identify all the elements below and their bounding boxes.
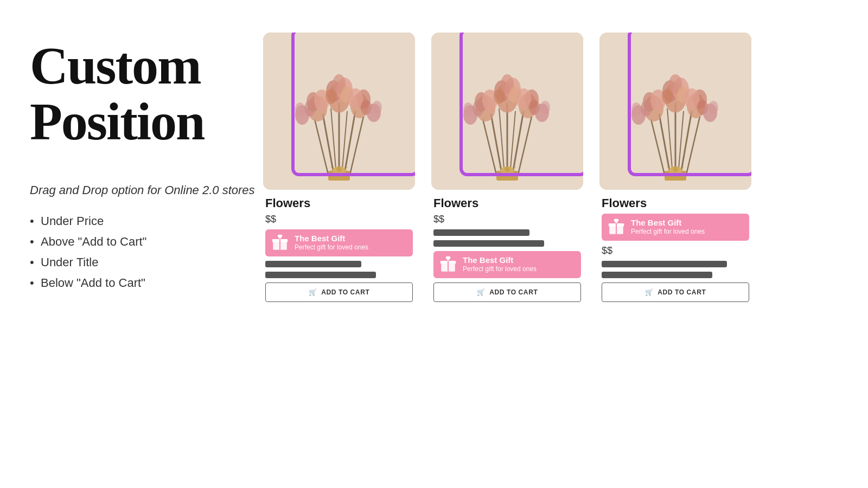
left-panel: Custom Position Drag and Drop option for… [30, 33, 263, 297]
feature-item-3: Under Title [30, 255, 263, 269]
card-body-2: Flowers $$ The Best Gift Perfect gift fo… [431, 190, 583, 302]
cart-icon-2: 🛒 [477, 288, 486, 296]
placeholder-bar-1a [265, 261, 361, 267]
gift-icon-3 [607, 218, 626, 236]
page-title: Custom Position [30, 38, 263, 150]
product-price-3: $$ [602, 245, 749, 256]
svg-point-29 [336, 166, 342, 172]
card-image-wrapper-3 [599, 33, 751, 190]
gift-banner-3: The Best Gift Perfect gift for loved one… [602, 214, 749, 241]
svg-point-58 [540, 101, 550, 114]
gift-banner-subtitle-2: Perfect gift for loved ones [463, 265, 537, 274]
svg-point-81 [662, 89, 673, 104]
product-card-2: Flowers $$ The Best Gift Perfect gift fo… [431, 33, 583, 302]
gift-text-1: The Best Gift Perfect gift for loved one… [295, 234, 368, 252]
feature-item-4: Below "Add to Cart" [30, 276, 263, 290]
gift-icon-1 [271, 234, 289, 252]
gift-banner-1: The Best Gift Perfect gift for loved one… [265, 229, 413, 256]
add-to-cart-button-1[interactable]: 🛒 ADD TO CART [265, 282, 413, 302]
product-image-3 [599, 33, 751, 190]
product-card-3: Flowers The Best Gift Perfect gift for l… [599, 33, 751, 302]
add-to-cart-label-2: ADD TO CART [489, 288, 538, 296]
cart-icon-1: 🛒 [309, 288, 317, 296]
add-to-cart-label-3: ADD TO CART [658, 288, 706, 296]
placeholder-bar-3b [602, 272, 712, 278]
add-to-cart-label-1: ADD TO CART [321, 288, 369, 296]
feature-item-1: Under Price [30, 214, 263, 228]
placeholder-bar-3a [602, 261, 727, 267]
svg-point-24 [295, 102, 305, 117]
svg-point-88 [631, 102, 641, 117]
placeholder-bar-2a [433, 229, 529, 236]
product-price-2: $$ [433, 214, 581, 225]
gift-banner-title-1: The Best Gift [295, 234, 368, 243]
svg-point-49 [494, 89, 505, 104]
gift-banner-2: The Best Gift Perfect gift for loved one… [433, 251, 581, 278]
product-image-1 [263, 33, 415, 190]
svg-point-90 [709, 101, 718, 114]
card-body-3: Flowers The Best Gift Perfect gift for l… [599, 190, 751, 302]
svg-point-26 [372, 101, 382, 114]
gift-icon-2 [439, 255, 457, 274]
placeholder-bar-2b [433, 240, 544, 247]
add-to-cart-button-3[interactable]: 🛒 ADD TO CART [602, 282, 749, 302]
feature-list: Under Price Above "Add to Cart" Under Ti… [30, 214, 263, 290]
product-name-3: Flowers [602, 196, 749, 210]
cart-icon-3: 🛒 [645, 288, 654, 296]
card-image-wrapper-2 [431, 33, 583, 190]
svg-point-61 [505, 166, 510, 172]
svg-point-85 [684, 88, 699, 109]
gift-banner-subtitle-3: Perfect gift for loved ones [631, 228, 705, 236]
cards-area: Flowers $$ The Best Gift Perfect gift fo… [263, 33, 838, 302]
add-to-cart-button-2[interactable]: 🛒 ADD TO CART [433, 282, 581, 302]
feature-item-2: Above "Add to Cart" [30, 235, 263, 249]
product-image-2 [431, 33, 583, 190]
gift-text-2: The Best Gift Perfect gift for loved one… [463, 255, 537, 274]
card-body-1: Flowers $$ The Best Gift Perfect gift fo… [263, 190, 415, 302]
gift-text-3: The Best Gift Perfect gift for loved one… [631, 218, 705, 236]
gift-banner-subtitle-1: Perfect gift for loved ones [295, 243, 368, 252]
svg-point-53 [516, 88, 531, 109]
gift-banner-title-3: The Best Gift [631, 218, 705, 228]
product-price-1: $$ [265, 214, 413, 225]
svg-point-56 [463, 102, 473, 117]
product-name-2: Flowers [433, 196, 581, 210]
svg-point-93 [673, 166, 678, 172]
svg-point-17 [326, 89, 336, 104]
gift-banner-title-2: The Best Gift [463, 255, 537, 265]
product-name-1: Flowers [265, 196, 413, 210]
subtitle: Drag and Drop option for Online 2.0 stor… [30, 182, 263, 199]
placeholder-bar-1b [265, 272, 376, 278]
card-image-wrapper-1 [263, 33, 415, 190]
svg-point-21 [348, 88, 363, 109]
product-card-1: Flowers $$ The Best Gift Perfect gift fo… [263, 33, 415, 302]
